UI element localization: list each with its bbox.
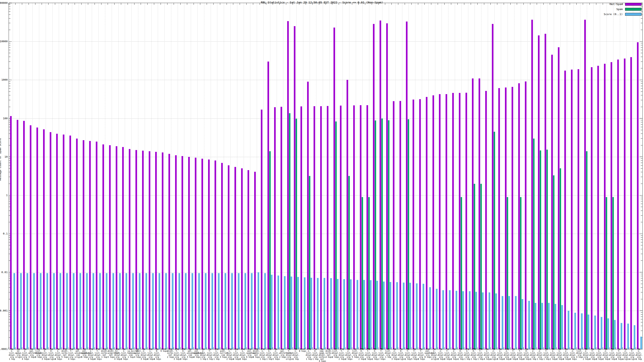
x-tick-label-line: 3 hops <box>220 356 226 358</box>
x-tick-label: 20@0.list.dnswl.org3 hops <box>180 348 187 360</box>
x-tick-top <box>411 3 412 5</box>
x-tick-label-line: 4 hops <box>510 358 517 360</box>
bar-not-spam <box>17 120 18 349</box>
x-tick-label: 13@3.list.dnswl.org1 hop <box>266 348 273 360</box>
x-tick-label-line: 2 hops <box>378 358 385 360</box>
bar-not-spam <box>406 21 408 349</box>
x-tick-label: 6@2.list.dnswl.org3 hops <box>392 348 398 360</box>
x-gridline <box>323 3 323 349</box>
bar-score <box>33 273 35 349</box>
x-tick-top <box>392 3 392 5</box>
x-tick-label: 20@Y.list.dnswl.org3 hops <box>174 348 180 360</box>
y-minor-tick-right <box>641 23 642 23</box>
bar-spam <box>388 120 390 349</box>
bar-not-spam <box>386 23 388 349</box>
y-minor-tick-left <box>9 95 10 95</box>
bar-not-spam <box>439 94 440 349</box>
bar-spam <box>494 132 495 349</box>
x-tick-top <box>94 3 95 5</box>
y-minor-tick-right <box>641 165 642 166</box>
y-tick-label: 100000 <box>0 1 8 4</box>
bar-spam <box>507 197 508 349</box>
bar-spam <box>375 120 376 349</box>
x-tick-top <box>253 3 253 5</box>
x-tick-label: 6@2.list.dnswl.orgorigin <box>622 348 629 360</box>
x-tick-label: 3@2.list.dnswl.org4 hops <box>22 348 28 360</box>
bar-spam <box>368 197 370 349</box>
y-tick-label: 1000 <box>0 78 8 81</box>
x-tick-label: 3@Y.list.dnswl.org4 hops <box>510 348 517 360</box>
x-tick-top <box>477 3 478 5</box>
legend-label-not-spam: Not Spam <box>610 2 623 6</box>
x-tick-label-line: 4 hops <box>88 358 94 360</box>
x-tick-label-line: 1 hop <box>306 358 312 360</box>
legend-swatch-score <box>625 13 642 16</box>
x-tick-top <box>121 3 121 5</box>
x-gridline <box>145 3 145 349</box>
x-tick-label: 9@2.list.dnswl.org4 hops <box>563 348 570 360</box>
x-gridline <box>125 3 125 349</box>
x-tick-top <box>134 3 134 5</box>
x-tick-top <box>319 3 319 5</box>
x-gridline <box>92 3 92 349</box>
x-tick-label: 6@2.list.dnswl.org2 hops <box>602 348 609 360</box>
x-tick-top <box>504 3 504 5</box>
x-tick-label-line: 1 hop <box>464 358 471 360</box>
x-tick-label-line: 5 hops <box>108 356 114 358</box>
x-tick-label-line: 3 hops <box>517 358 524 360</box>
x-gridline <box>224 3 224 349</box>
x-tick-top <box>286 3 286 5</box>
y-minor-tick-right <box>641 61 642 62</box>
x-gridline <box>138 3 138 349</box>
x-tick-label-line: 2 hops <box>365 358 372 360</box>
bar-not-spam <box>221 163 223 349</box>
x-tick-top <box>378 3 378 5</box>
x-tick-label: 2@Y.list.dnswl.org1 hop <box>207 348 213 360</box>
y-minor-tick-right <box>641 30 642 30</box>
x-tick-top <box>88 3 88 5</box>
y-minor-tick-right <box>641 47 642 47</box>
x-tick-top <box>451 3 451 5</box>
bar-not-spam <box>492 24 494 349</box>
y-minor-tick-left <box>9 30 10 30</box>
x-tick-label: 11@Y.list.dnswl.org3 hops <box>517 348 524 360</box>
bar-score <box>92 273 94 349</box>
x-gridline <box>59 3 59 349</box>
y-minor-tick-right <box>641 240 642 240</box>
x-tick-top <box>418 3 418 5</box>
x-tick-top <box>62 3 62 5</box>
x-tick-label: 9@1.list.dnswl.org2 hops <box>550 348 556 360</box>
x-tick-label-line: 3 hops <box>596 358 602 360</box>
x-tick-top <box>358 3 359 5</box>
x-tick-label-line: 2 hops <box>602 358 609 360</box>
bar-score <box>475 292 477 349</box>
x-gridline <box>112 3 112 349</box>
bar-spam <box>546 150 548 349</box>
y-minor-tick-right <box>641 204 642 204</box>
bar-not-spam <box>287 21 289 349</box>
x-tick-label-line: origin <box>622 358 629 360</box>
bar-score <box>449 290 450 349</box>
x-tick-label: 4@1.list.dnswl.org4 hops <box>55 348 62 360</box>
x-tick-top <box>167 3 168 5</box>
bar-not-spam <box>617 59 619 349</box>
y-minor-tick-left <box>9 82 10 82</box>
bar-score <box>634 325 635 349</box>
bar-score <box>627 324 629 349</box>
x-tick-label-line: 1 hop <box>9 358 15 360</box>
x-tick-top <box>128 3 128 5</box>
bar-not-spam <box>122 147 124 349</box>
bar-score <box>390 282 391 349</box>
x-gridline <box>204 3 204 349</box>
bar-not-spam <box>327 106 328 349</box>
x-tick-label: 3@0.list.dnswl.org3 hops <box>524 348 530 360</box>
x-tick-label: 4@Y.list.dnswl.orgorigin <box>286 348 292 360</box>
x-tick-label-line: 1 hop <box>207 358 213 360</box>
legend-label-score: Score (0..1) <box>604 13 623 16</box>
y-minor-tick-right <box>641 211 642 211</box>
x-tick-label: 14@1.list.dnswl.org2 hops <box>226 348 233 360</box>
bar-not-spam <box>10 116 12 349</box>
y-minor-tick-right <box>641 254 642 254</box>
bar-score <box>112 273 114 349</box>
x-tick-label-line: 5 hops <box>62 356 68 358</box>
